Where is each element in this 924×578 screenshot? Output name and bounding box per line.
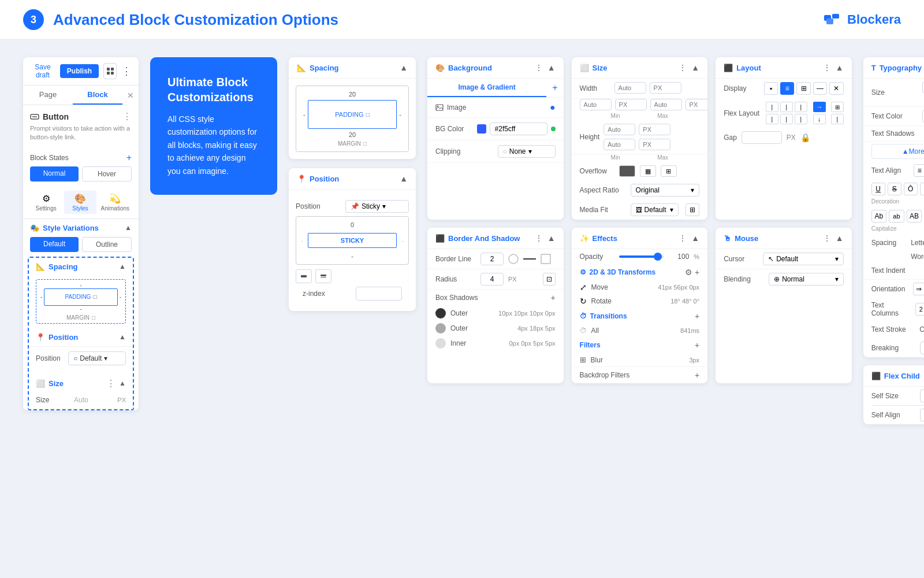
border-style-square[interactable] xyxy=(541,254,551,264)
width-max-unit[interactable] xyxy=(685,99,708,110)
zindex-input[interactable] xyxy=(356,287,402,301)
bg-image-toggle[interactable]: ● xyxy=(550,102,556,113)
border-width-input[interactable] xyxy=(480,253,504,265)
radius-input[interactable] xyxy=(480,273,504,286)
style-variations-chevron[interactable]: ▲ xyxy=(125,224,132,232)
mouse-chevron-btn[interactable]: ▲ xyxy=(836,234,844,243)
flex-cell-5[interactable]: | xyxy=(780,114,793,124)
flex-arrow-down[interactable]: ↓ xyxy=(813,114,826,124)
effects-more-btn[interactable]: ⋮ xyxy=(679,234,687,243)
media-fit-select[interactable]: 🖼 Default ▾ xyxy=(631,203,679,216)
effects-chevron-btn[interactable]: ▲ xyxy=(691,234,699,243)
position-chevron[interactable]: ▲ xyxy=(119,333,126,341)
height-min-unit[interactable] xyxy=(639,139,670,150)
close-button[interactable]: ✕ xyxy=(122,86,139,105)
bg-color-swatch[interactable] xyxy=(477,124,486,134)
position-panel-chevron[interactable]: ▲ xyxy=(400,174,408,183)
height-unit-input[interactable] xyxy=(639,124,670,135)
border-more-btn[interactable]: ⋮ xyxy=(535,234,543,243)
state-hover-button[interactable]: Hover xyxy=(82,166,132,181)
layout-more-btn[interactable]: ⋮ xyxy=(823,63,831,72)
blending-select[interactable]: ⊕ Normal ▾ xyxy=(769,273,844,286)
display-tab-grid[interactable]: ⊞ xyxy=(796,82,810,95)
width-auto-input[interactable] xyxy=(614,82,646,94)
width-min-input[interactable] xyxy=(580,99,612,110)
mouse-more-btn[interactable]: ⋮ xyxy=(823,234,831,243)
bg-chevron[interactable]: ▲ xyxy=(547,63,556,72)
sa-btn-1[interactable]: ↑ xyxy=(920,409,924,421)
publish-button[interactable]: Publish xyxy=(60,64,99,78)
more-button[interactable]: ⋮ xyxy=(121,65,132,77)
layout-toggle-button[interactable] xyxy=(103,63,117,79)
display-tab-none[interactable]: — xyxy=(813,82,827,95)
bg-more-button[interactable]: ⋮ xyxy=(535,63,543,72)
cap-AB-btn[interactable]: AB xyxy=(907,210,922,223)
block-more-button[interactable]: ⋮ xyxy=(122,111,132,122)
overline-btn[interactable]: Ō xyxy=(904,183,918,195)
height-min-input[interactable] xyxy=(603,139,635,150)
transforms-settings[interactable]: ⚙ xyxy=(685,268,692,277)
tab-settings[interactable]: ⚙ Settings xyxy=(30,191,62,214)
cap-ab-btn[interactable]: Ab xyxy=(871,210,887,223)
width-unit-input[interactable] xyxy=(650,82,681,94)
cap-ab-lower-btn[interactable]: ab xyxy=(889,210,904,223)
gap-input[interactable] xyxy=(742,131,782,144)
bg-color-input[interactable] xyxy=(490,123,547,135)
tab-styles[interactable]: 🎨 Styles xyxy=(64,191,96,214)
breaking-select[interactable]: ⊡ Normal ▾ xyxy=(920,342,924,354)
display-tab-x[interactable]: ✕ xyxy=(829,82,843,95)
overflow-btn-1[interactable] xyxy=(619,165,635,177)
layout-chevron-btn[interactable]: ▲ xyxy=(836,63,844,72)
size-more-button[interactable]: ⋮ xyxy=(106,378,116,389)
overflow-btn-3[interactable]: ⊞ xyxy=(661,165,677,177)
size-chevron[interactable]: ▲ xyxy=(119,379,126,387)
filters-add[interactable]: + xyxy=(695,340,699,350)
tab-page[interactable]: Page xyxy=(23,86,73,105)
state-normal-button[interactable]: Normal xyxy=(30,166,79,181)
flex-gap-btn[interactable]: | xyxy=(831,114,844,124)
col-2-btn[interactable]: 2 xyxy=(915,303,924,316)
flex-cell-6[interactable]: | xyxy=(795,114,807,124)
spacing-panel-chevron[interactable]: ▲ xyxy=(400,63,408,72)
add-state-button[interactable]: + xyxy=(126,153,132,163)
ss-btn-1[interactable]: ↕ xyxy=(920,390,924,402)
bg-tab-image-gradient[interactable]: Image & Gradient xyxy=(427,79,546,97)
flex-cell-4[interactable]: | xyxy=(766,114,778,124)
save-draft-button[interactable]: Save draft xyxy=(30,63,55,79)
radius-icon-btn[interactable]: ⊡ xyxy=(543,273,556,286)
box-shadows-add[interactable]: + xyxy=(550,293,555,302)
sv-default-button[interactable]: Default xyxy=(30,237,79,252)
flex-cell-3[interactable]: | xyxy=(795,102,807,112)
flex-wrap-btn[interactable]: ⊞ xyxy=(831,102,844,112)
lock-icon[interactable]: 🔒 xyxy=(800,133,810,142)
bg-add-button[interactable]: + xyxy=(546,79,563,97)
border-chevron-btn[interactable]: ▲ xyxy=(547,234,556,243)
width-min-unit[interactable] xyxy=(615,99,647,110)
transitions-add[interactable]: + xyxy=(695,312,699,321)
height-auto-input[interactable] xyxy=(603,124,635,135)
position-type-select[interactable]: 📌 Sticky ▾ xyxy=(345,200,409,213)
position-select[interactable]: ○ Default ▾ xyxy=(68,351,126,365)
tab-block[interactable]: Block xyxy=(73,86,122,105)
deco-x-btn[interactable]: ✕ xyxy=(920,183,924,195)
spacing-chevron[interactable]: ▲ xyxy=(119,262,126,271)
aspect-ratio-select[interactable]: Original ▾ xyxy=(631,184,700,197)
overflow-btn-2[interactable]: ▦ xyxy=(640,165,656,177)
size-more-btn[interactable]: ⋮ xyxy=(679,63,687,72)
pos-icon-1[interactable] xyxy=(296,269,312,283)
border-style-dash[interactable] xyxy=(523,258,536,260)
media-fit-grid-btn[interactable]: ⊞ xyxy=(685,203,699,216)
tab-animations[interactable]: 💫 Animations xyxy=(99,191,132,214)
display-tab-1[interactable]: ▪ xyxy=(764,82,778,95)
display-tab-flex[interactable]: ≡ xyxy=(780,82,794,95)
sv-outline-button[interactable]: Outline xyxy=(82,237,132,252)
opacity-slider[interactable] xyxy=(619,255,665,258)
width-max-input[interactable] xyxy=(650,99,682,110)
transforms-add[interactable]: + xyxy=(695,268,699,277)
border-style-circle[interactable] xyxy=(508,254,519,264)
ta-left-btn[interactable]: ≡ xyxy=(914,164,924,177)
bg-clipping-select[interactable]: ○ None ▾ xyxy=(498,145,556,158)
flex-cell-1[interactable]: | xyxy=(766,102,778,112)
cursor-select[interactable]: ↖ Default ▾ xyxy=(763,253,844,265)
underline-btn[interactable]: U xyxy=(871,183,885,195)
